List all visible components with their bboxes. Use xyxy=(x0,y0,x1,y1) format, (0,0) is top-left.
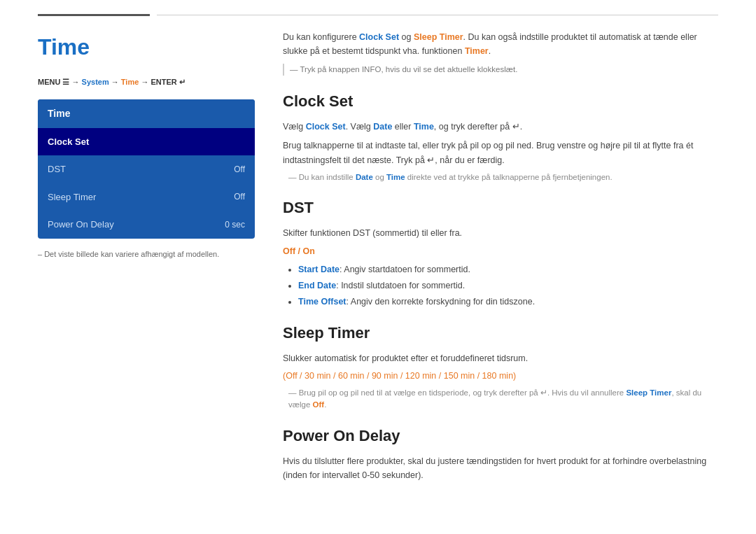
dst-end-date-label: End Date xyxy=(298,281,336,290)
intro-text2: og xyxy=(399,32,414,42)
menu-item-clock-set-label: Clock Set xyxy=(48,135,89,149)
left-panel: Time MENU ☰ → System → Time → ENTER ↵ Ti… xyxy=(38,30,255,487)
menu-item-sleep-timer[interactable]: Sleep Timer Off xyxy=(38,183,255,211)
dst-start-date-text: : Angiv startdatoen for sommertid. xyxy=(340,265,470,274)
cs-b1-post: , og tryk derefter på ↵. xyxy=(434,122,522,132)
intro-timer: Timer xyxy=(465,46,489,56)
dst-time-offset-text: : Angiv den korrekte forskydning for din… xyxy=(346,297,536,307)
cs-b1-cs: Clock Set xyxy=(306,122,346,132)
section-title-clock-set: Clock Set xyxy=(283,90,718,113)
cs-note-date: Date xyxy=(356,173,373,181)
menu-item-dst[interactable]: DST Off xyxy=(38,155,255,183)
power-on-delay-body1: Hvis du tilslutter flere produkter, skal… xyxy=(283,454,718,483)
dst-end-date-text: : Indstil slutdatoen for sommertid. xyxy=(336,281,465,290)
menu-item-sleep-timer-value: Off xyxy=(234,190,245,203)
sleep-timer-note: ― Brug pil op og pil ned til at vælge en… xyxy=(283,387,718,412)
page-container: Time MENU ☰ → System → Time → ENTER ↵ Ti… xyxy=(0,0,756,508)
cs-note-mid: og xyxy=(373,173,386,181)
section-title-dst: DST xyxy=(283,196,718,219)
sleep-timer-options: (Off / 30 min / 60 min / 90 min / 120 mi… xyxy=(283,370,718,383)
clock-set-body2: Brug talknapperne til at indtaste tal, e… xyxy=(283,139,718,167)
section-title-sleep-timer: Sleep Timer xyxy=(283,321,718,344)
dst-body1: Skifter funktionen DST (sommertid) til e… xyxy=(283,226,718,241)
menu-box-header: Time xyxy=(38,99,255,128)
breadcrumb: MENU ☰ → System → Time → ENTER ↵ xyxy=(38,76,255,88)
menu-item-power-on-delay-value: 0 sec xyxy=(225,218,245,231)
intro-text1: Du kan konfigurere xyxy=(283,32,359,42)
cs-b1-mid: . Vælg xyxy=(346,122,374,132)
cs-note-time: Time xyxy=(386,173,405,181)
cs-b1-pre: Vælg xyxy=(283,122,306,132)
dst-time-offset-label: Time Offset xyxy=(298,297,346,307)
intro-text4: . xyxy=(489,46,491,56)
page-title: Time xyxy=(38,30,255,64)
dst-bullet-time-offset: Time Offset: Angiv den korrekte forskydn… xyxy=(298,295,718,309)
cs-note-post: direkte ved at trykke på talknapperne på… xyxy=(405,173,612,181)
cs-note-pre: ― Du kan indstille xyxy=(288,173,356,181)
breadcrumb-system: System xyxy=(82,78,109,86)
main-layout: Time MENU ☰ → System → Time → ENTER ↵ Ti… xyxy=(0,23,756,508)
breadcrumb-arrow2: → xyxy=(109,78,121,86)
menu-box: Time Clock Set DST Off Sleep Timer Off P… xyxy=(38,99,255,239)
clock-set-body1: Vælg Clock Set. Vælg Date eller Time, og… xyxy=(283,120,718,134)
breadcrumb-time: Time xyxy=(121,78,139,86)
menu-item-clock-set[interactable]: Clock Set xyxy=(38,128,255,156)
dst-bullet-list: Start Date: Angiv startdatoen for sommer… xyxy=(283,262,718,309)
st-note-end: . xyxy=(324,400,326,409)
intro-paragraph: Du kan konfigurere Clock Set og Sleep Ti… xyxy=(283,30,718,58)
divider-left xyxy=(38,14,150,16)
breadcrumb-arrow1: → xyxy=(69,78,81,86)
clock-set-note: ― Du kan indstille Date og Time direkte … xyxy=(283,171,718,183)
menu-item-dst-value: Off xyxy=(234,163,245,176)
st-note-off: Off xyxy=(313,400,325,409)
menu-item-dst-label: DST xyxy=(48,162,66,176)
menu-item-sleep-timer-label: Sleep Timer xyxy=(48,190,96,204)
intro-note: ― Tryk på knappen INFO, hvis du vil se d… xyxy=(283,64,718,76)
cs-b1-date: Date xyxy=(373,122,392,132)
sleep-timer-body1: Slukker automatisk for produktet efter e… xyxy=(283,351,718,366)
dst-bullet-end-date: End Date: Indstil slutdatoen for sommert… xyxy=(298,279,718,293)
st-note-pre: ― Brug pil op og pil ned til at vælge en… xyxy=(288,388,626,397)
right-content: Du kan konfigurere Clock Set og Sleep Ti… xyxy=(276,30,718,487)
st-note-highlight: Sleep Timer xyxy=(626,388,671,397)
breadcrumb-arrow3: → ENTER ↵ xyxy=(139,78,185,86)
dst-bullet-start-date: Start Date: Angiv startdatoen for sommer… xyxy=(298,262,718,276)
divider-right xyxy=(157,15,718,15)
footnote: – Det viste billede kan variere afhængig… xyxy=(38,248,255,260)
menu-item-power-on-delay-label: Power On Delay xyxy=(48,218,114,232)
top-divider-row xyxy=(0,0,756,16)
section-title-power-on-delay: Power On Delay xyxy=(283,424,718,447)
intro-clock-set: Clock Set xyxy=(359,32,399,42)
intro-sleep-timer: Sleep Timer xyxy=(414,32,463,42)
cs-b1-or: eller xyxy=(392,122,414,132)
dst-status: Off / On xyxy=(283,245,718,258)
dst-start-date-label: Start Date xyxy=(298,265,340,274)
breadcrumb-menu: MENU ☰ xyxy=(38,78,69,86)
menu-item-power-on-delay[interactable]: Power On Delay 0 sec xyxy=(38,211,255,239)
cs-b1-time: Time xyxy=(414,122,434,132)
